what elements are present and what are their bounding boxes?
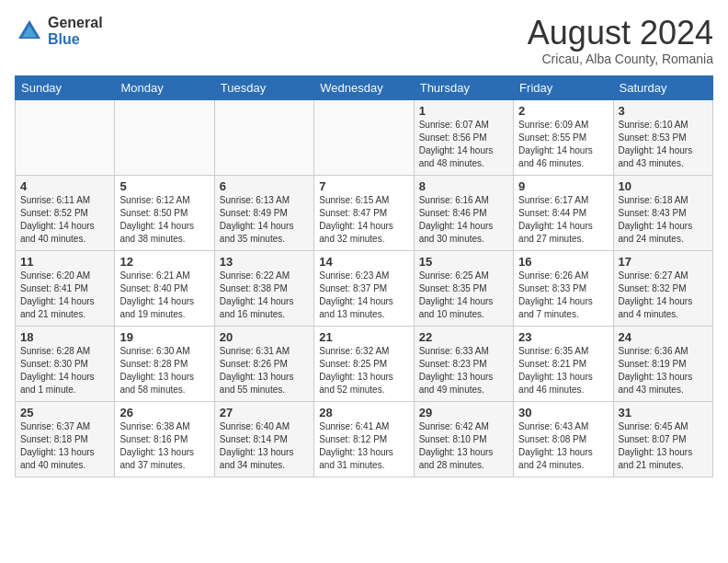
day-number: 11 [20, 255, 109, 269]
day-number: 28 [319, 406, 408, 419]
header-friday: Friday [514, 75, 613, 99]
page-container: General Blue August 2024 Cricau, Alba Co… [0, 0, 728, 563]
table-row: 10Sunrise: 6:18 AM Sunset: 8:43 PM Dayli… [613, 175, 712, 250]
table-row: 29Sunrise: 6:42 AM Sunset: 8:10 PM Dayli… [414, 401, 513, 477]
day-info: Sunrise: 6:31 AM Sunset: 8:26 PM Dayligh… [220, 345, 309, 396]
day-number: 30 [518, 406, 608, 419]
day-info: Sunrise: 6:15 AM Sunset: 8:47 PM Dayligh… [319, 194, 408, 246]
header-thursday: Thursday [414, 75, 513, 99]
table-row: 19Sunrise: 6:30 AM Sunset: 8:28 PM Dayli… [115, 326, 214, 401]
day-number: 10 [619, 179, 708, 193]
table-row: 13Sunrise: 6:22 AM Sunset: 8:38 PM Dayli… [214, 250, 313, 326]
day-number: 8 [419, 179, 508, 193]
logo-blue-text: Blue [48, 31, 103, 48]
logo: General Blue [15, 15, 103, 47]
day-number: 14 [319, 255, 408, 269]
day-number: 22 [419, 330, 508, 344]
table-row: 1Sunrise: 6:07 AM Sunset: 8:56 PM Daylig… [414, 99, 513, 175]
day-info: Sunrise: 6:13 AM Sunset: 8:49 PM Dayligh… [220, 194, 309, 246]
day-info: Sunrise: 6:10 AM Sunset: 8:53 PM Dayligh… [619, 119, 708, 170]
day-info: Sunrise: 6:43 AM Sunset: 8:08 PM Dayligh… [518, 420, 608, 472]
table-row: 2Sunrise: 6:09 AM Sunset: 8:55 PM Daylig… [514, 99, 613, 175]
day-number: 1 [419, 104, 508, 118]
header-saturday: Saturday [613, 75, 712, 99]
table-row: 5Sunrise: 6:12 AM Sunset: 8:50 PM Daylig… [115, 175, 214, 250]
table-row: 26Sunrise: 6:38 AM Sunset: 8:16 PM Dayli… [115, 401, 214, 477]
day-number: 21 [319, 330, 408, 344]
day-info: Sunrise: 6:37 AM Sunset: 8:18 PM Dayligh… [20, 420, 109, 472]
table-row: 24Sunrise: 6:36 AM Sunset: 8:19 PM Dayli… [613, 326, 712, 401]
table-row: 9Sunrise: 6:17 AM Sunset: 8:44 PM Daylig… [514, 175, 613, 250]
day-info: Sunrise: 6:30 AM Sunset: 8:28 PM Dayligh… [119, 345, 209, 396]
day-info: Sunrise: 6:07 AM Sunset: 8:56 PM Dayligh… [419, 119, 508, 170]
day-number: 29 [419, 406, 508, 419]
table-row: 17Sunrise: 6:27 AM Sunset: 8:32 PM Dayli… [613, 250, 712, 326]
day-info: Sunrise: 6:28 AM Sunset: 8:30 PM Dayligh… [20, 345, 109, 396]
table-row: 18Sunrise: 6:28 AM Sunset: 8:30 PM Dayli… [16, 326, 115, 401]
header-sunday: Sunday [16, 75, 115, 99]
table-row: 23Sunrise: 6:35 AM Sunset: 8:21 PM Dayli… [514, 326, 613, 401]
header-tuesday: Tuesday [214, 75, 313, 99]
day-info: Sunrise: 6:41 AM Sunset: 8:12 PM Dayligh… [319, 420, 408, 472]
table-row: 30Sunrise: 6:43 AM Sunset: 8:08 PM Dayli… [514, 401, 613, 477]
calendar-table: Sunday Monday Tuesday Wednesday Thursday… [15, 75, 713, 477]
day-info: Sunrise: 6:20 AM Sunset: 8:41 PM Dayligh… [20, 270, 109, 321]
day-number: 9 [518, 179, 608, 193]
day-info: Sunrise: 6:16 AM Sunset: 8:46 PM Dayligh… [419, 194, 508, 246]
header-wednesday: Wednesday [314, 75, 414, 99]
table-row: 8Sunrise: 6:16 AM Sunset: 8:46 PM Daylig… [414, 175, 513, 250]
table-row: 7Sunrise: 6:15 AM Sunset: 8:47 PM Daylig… [314, 175, 414, 250]
table-row: 31Sunrise: 6:45 AM Sunset: 8:07 PM Dayli… [613, 401, 712, 477]
day-number: 18 [20, 330, 109, 344]
day-info: Sunrise: 6:38 AM Sunset: 8:16 PM Dayligh… [119, 420, 209, 472]
title-section: August 2024 Cricau, Alba County, Romania [528, 15, 713, 66]
day-number: 4 [20, 179, 109, 193]
day-number: 15 [419, 255, 508, 269]
table-row: 28Sunrise: 6:41 AM Sunset: 8:12 PM Dayli… [314, 401, 414, 477]
table-row: 14Sunrise: 6:23 AM Sunset: 8:37 PM Dayli… [314, 250, 414, 326]
day-number: 26 [119, 406, 209, 419]
table-row [115, 99, 214, 175]
day-number: 24 [619, 330, 708, 344]
table-row: 20Sunrise: 6:31 AM Sunset: 8:26 PM Dayli… [214, 326, 313, 401]
day-info: Sunrise: 6:45 AM Sunset: 8:07 PM Dayligh… [619, 420, 708, 472]
day-number: 6 [220, 179, 309, 193]
header-monday: Monday [115, 75, 214, 99]
day-info: Sunrise: 6:40 AM Sunset: 8:14 PM Dayligh… [220, 420, 309, 472]
table-row: 4Sunrise: 6:11 AM Sunset: 8:52 PM Daylig… [16, 175, 115, 250]
table-row [16, 99, 115, 175]
calendar-week-row: 18Sunrise: 6:28 AM Sunset: 8:30 PM Dayli… [16, 326, 713, 401]
calendar-week-row: 1Sunrise: 6:07 AM Sunset: 8:56 PM Daylig… [16, 99, 713, 175]
day-info: Sunrise: 6:25 AM Sunset: 8:35 PM Dayligh… [419, 270, 508, 321]
day-info: Sunrise: 6:35 AM Sunset: 8:21 PM Dayligh… [518, 345, 608, 396]
day-info: Sunrise: 6:23 AM Sunset: 8:37 PM Dayligh… [319, 270, 408, 321]
day-number: 17 [619, 255, 708, 269]
day-info: Sunrise: 6:21 AM Sunset: 8:40 PM Dayligh… [119, 270, 209, 321]
logo-icon [15, 17, 44, 46]
day-info: Sunrise: 6:12 AM Sunset: 8:50 PM Dayligh… [119, 194, 209, 246]
table-row: 6Sunrise: 6:13 AM Sunset: 8:49 PM Daylig… [214, 175, 313, 250]
day-info: Sunrise: 6:42 AM Sunset: 8:10 PM Dayligh… [419, 420, 508, 472]
month-title: August 2024 [528, 15, 713, 52]
day-number: 25 [20, 406, 109, 419]
day-number: 2 [518, 104, 608, 118]
day-info: Sunrise: 6:32 AM Sunset: 8:25 PM Dayligh… [319, 345, 408, 396]
day-number: 3 [619, 104, 708, 118]
table-row: 12Sunrise: 6:21 AM Sunset: 8:40 PM Dayli… [115, 250, 214, 326]
table-row [214, 99, 313, 175]
table-row: 11Sunrise: 6:20 AM Sunset: 8:41 PM Dayli… [16, 250, 115, 326]
calendar-week-row: 11Sunrise: 6:20 AM Sunset: 8:41 PM Dayli… [16, 250, 713, 326]
day-info: Sunrise: 6:11 AM Sunset: 8:52 PM Dayligh… [20, 194, 109, 246]
table-row: 21Sunrise: 6:32 AM Sunset: 8:25 PM Dayli… [314, 326, 414, 401]
calendar-week-row: 4Sunrise: 6:11 AM Sunset: 8:52 PM Daylig… [16, 175, 713, 250]
table-row: 25Sunrise: 6:37 AM Sunset: 8:18 PM Dayli… [16, 401, 115, 477]
day-info: Sunrise: 6:26 AM Sunset: 8:33 PM Dayligh… [518, 270, 608, 321]
day-info: Sunrise: 6:36 AM Sunset: 8:19 PM Dayligh… [619, 345, 708, 396]
table-row: 3Sunrise: 6:10 AM Sunset: 8:53 PM Daylig… [613, 99, 712, 175]
logo-general-text: General [48, 15, 103, 31]
day-number: 13 [220, 255, 309, 269]
calendar-week-row: 25Sunrise: 6:37 AM Sunset: 8:18 PM Dayli… [16, 401, 713, 477]
day-number: 19 [119, 330, 209, 344]
table-row: 22Sunrise: 6:33 AM Sunset: 8:23 PM Dayli… [414, 326, 513, 401]
location: Cricau, Alba County, Romania [528, 52, 713, 66]
